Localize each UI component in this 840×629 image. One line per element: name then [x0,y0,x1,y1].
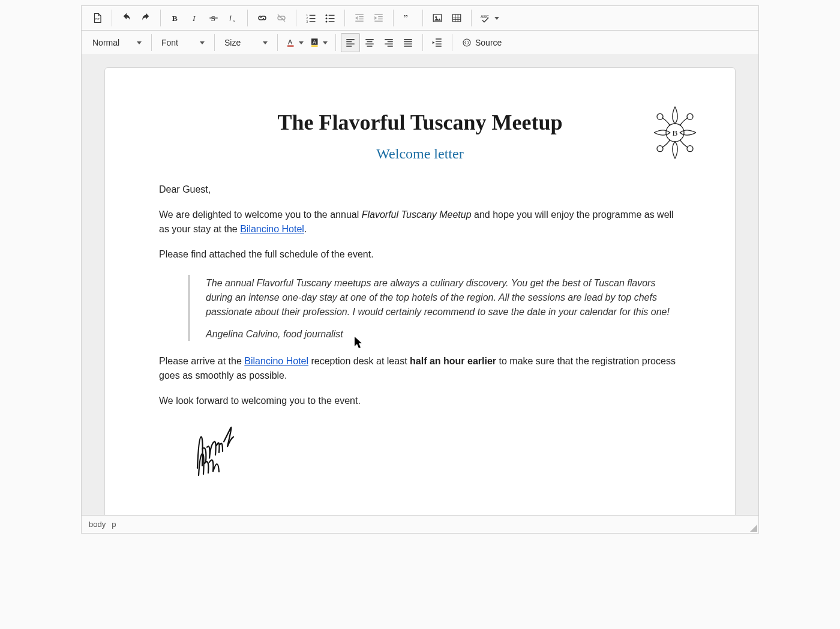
bold-button[interactable]: B [166,8,185,28]
svg-rect-31 [452,14,461,22]
quote-text[interactable]: The annual Flavorful Tuscany meetups are… [206,276,681,319]
export-pdf-button[interactable]: PDF [88,8,107,28]
svg-rect-38 [287,46,294,47]
svg-text:PDF: PDF [95,18,100,20]
paragraph-1[interactable]: We are delighted to welcome you to the a… [159,208,681,236]
italic-button[interactable]: I [185,8,204,28]
chevron-down-icon [137,41,142,44]
svg-text:I: I [229,14,232,22]
text-run: We are delighted to welcome you to the a… [159,209,362,220]
document-page[interactable]: B The Flavorful Tuscany Meetup Welcome l… [104,67,736,515]
chevron-down-icon [299,41,304,44]
greeting[interactable]: Dear Guest, [159,182,681,197]
redo-button[interactable] [136,8,155,28]
svg-text:A: A [313,40,316,45]
elements-path-bar: body p [82,515,758,533]
spellcheck-button[interactable]: ABC [476,8,503,28]
align-justify-icon [403,37,413,48]
text-color-button[interactable]: A [283,33,307,52]
image-button[interactable] [428,8,447,28]
hotel-link[interactable]: Bilancino Hotel [240,224,304,234]
format-dropdown[interactable]: Normal [88,33,146,52]
svg-point-16 [326,21,328,23]
chevron-down-icon [323,41,328,44]
numbered-list-button[interactable]: 123 [301,8,320,28]
svg-text:x: x [233,19,235,23]
svg-point-14 [326,14,328,16]
link-icon [257,13,268,23]
bg-color-button[interactable]: A [307,33,331,52]
align-center-button[interactable] [360,33,379,52]
signature-image[interactable] [193,420,681,483]
svg-point-67 [687,146,693,152]
svg-point-66 [657,146,663,152]
text-run-bold: half an hour earlier [410,356,496,366]
text-run: reception desk at least [308,356,410,366]
text-color-icon: A [286,37,296,48]
svg-point-62 [463,39,470,46]
editor: PDF B I S Ix [81,5,759,534]
paragraph-2[interactable]: Please find attached the full schedule o… [159,247,681,262]
page-break-icon [432,37,443,48]
svg-text:I: I [192,14,196,23]
svg-text:3: 3 [307,20,308,23]
text-run: Please arrive at the [159,356,244,366]
bg-color-icon: A [310,37,320,48]
strike-button[interactable]: S [204,8,223,28]
undo-button[interactable] [117,8,136,28]
table-button[interactable] [447,8,466,28]
svg-text:B: B [172,14,178,23]
svg-text:1: 1 [307,14,308,17]
svg-text:S: S [211,14,216,23]
svg-text:A: A [288,38,293,46]
resize-grip[interactable] [750,525,757,532]
source-icon [462,38,472,47]
source-button[interactable]: Source [457,33,506,52]
editor-canvas[interactable]: B The Flavorful Tuscany Meetup Welcome l… [82,55,758,515]
text-run-italic: Flavorful Tuscany Meetup [362,209,472,220]
text-run: . [304,224,307,234]
svg-point-65 [687,113,693,119]
align-right-icon [383,37,394,48]
document-title[interactable]: The Flavorful Tuscany Meetup [159,110,681,135]
outdent-icon [354,13,365,23]
chevron-down-icon [494,17,499,20]
paragraph-3[interactable]: Please arrive at the Bilancino Hotel rec… [159,354,681,383]
paragraph-4[interactable]: We look forward to welcoming you to the … [159,394,681,408]
indent-button[interactable] [369,8,388,28]
align-left-button[interactable] [341,33,360,52]
blockquote-button[interactable]: ” [398,8,418,28]
align-justify-button[interactable] [398,33,418,52]
font-dropdown[interactable]: Font [157,33,209,52]
size-dropdown[interactable]: Size [220,33,272,52]
toolbar-row-1: PDF B I S Ix [82,6,758,31]
remove-format-button[interactable]: Ix [223,8,242,28]
toolbar-row-2: Normal Font Size A A [82,31,758,55]
align-left-icon [345,37,356,48]
quote-attribution[interactable]: Angelina Calvino, food journalist [206,329,681,340]
outdent-button[interactable] [350,8,369,28]
link-button[interactable] [253,8,272,28]
unlink-button[interactable] [272,8,291,28]
unlink-icon [276,13,287,23]
svg-line-7 [278,14,285,22]
document-subtitle[interactable]: Welcome letter [159,146,681,162]
blockquote[interactable]: The annual Flavorful Tuscany meetups are… [188,275,681,341]
page-break-button[interactable] [428,33,447,52]
svg-text:2: 2 [307,17,308,20]
hotel-link[interactable]: Bilancino Hotel [244,356,308,366]
svg-text:B: B [673,128,678,137]
strike-icon: S [208,13,219,23]
remove-format-icon: Ix [227,13,238,23]
svg-text:”: ” [404,13,408,23]
blockquote-icon: ” [403,13,413,23]
align-right-button[interactable] [379,33,398,52]
bold-icon: B [170,13,181,23]
pdf-icon: PDF [92,13,103,23]
bullet-list-button[interactable] [320,8,340,28]
bullet-list-icon [325,13,335,23]
svg-point-30 [435,16,437,18]
path-element-p[interactable]: p [112,520,116,529]
svg-point-15 [326,17,328,19]
path-element-body[interactable]: body [89,520,106,529]
